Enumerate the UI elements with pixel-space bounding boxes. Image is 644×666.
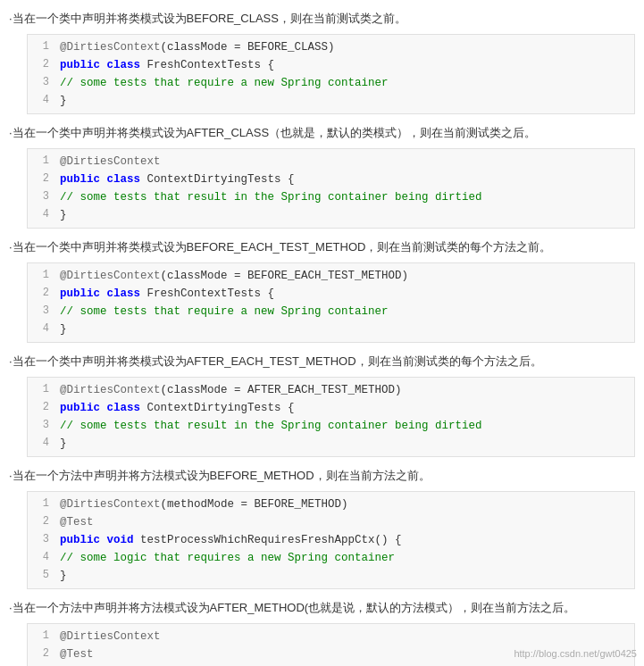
line-content: // some tests that require a new Spring … bbox=[60, 303, 389, 321]
line-content: public class ContextDirtyingTests { bbox=[60, 399, 295, 417]
plain-token: = bbox=[228, 384, 248, 396]
code-block: 1@DirtiesContext(classMode = BEFORE_EACH… bbox=[27, 262, 635, 343]
line-content: // some tests that require a new Spring … bbox=[60, 74, 389, 92]
line-number: 2 bbox=[35, 285, 49, 303]
keyword-token: public class bbox=[60, 287, 140, 300]
section-description: ·当在一个类中声明并将类模式设为AFTER_CLASS（也就是，默认的类模式），… bbox=[9, 121, 635, 145]
line-number: 4 bbox=[35, 549, 49, 567]
plain-token: methodMode bbox=[167, 498, 234, 511]
code-block: 1@DirtiesContext(classMode = AFTER_EACH_… bbox=[27, 377, 635, 457]
plain-token: ( bbox=[161, 41, 168, 54]
section-description: ·当在一个类中声明并将类模式设为BEFORE_CLASS，则在当前测试类之前。 bbox=[9, 7, 635, 30]
line-number: 5 bbox=[35, 567, 49, 585]
annotation-token: @DirtiesContext bbox=[60, 41, 161, 54]
plain-token: = bbox=[228, 270, 248, 282]
code-line: 2public class ContextDirtyingTests { bbox=[28, 171, 634, 188]
line-content: @DirtiesContext(classMode = BEFORE_EACH_… bbox=[60, 267, 408, 285]
line-number: 4 bbox=[35, 92, 49, 110]
code-line: 4} bbox=[28, 92, 634, 110]
code-line: 1@DirtiesContext(classMode = BEFORE_EACH… bbox=[28, 267, 634, 285]
line-number: 1 bbox=[35, 38, 49, 56]
plain-token: BEFORE_METHOD bbox=[255, 498, 342, 511]
keyword-token: public class bbox=[60, 402, 140, 414]
plain-token: } bbox=[60, 323, 67, 336]
line-content: } bbox=[60, 321, 67, 338]
line-number: 3 bbox=[35, 303, 49, 321]
line-content: public class FreshContextTests { bbox=[60, 285, 274, 303]
annotation-token: @DirtiesContext bbox=[60, 384, 161, 396]
code-line: 3// some tests that result in the Spring… bbox=[28, 188, 634, 206]
code-line: 1@DirtiesContext bbox=[28, 628, 634, 645]
annotation-token: @Test bbox=[60, 516, 94, 529]
line-content: public class ContextDirtyingTests { bbox=[60, 171, 295, 188]
code-line: 3// some tests that require a new Spring… bbox=[28, 303, 634, 321]
section4: ·当在一个类中声明并将类模式设为AFTER_EACH_TEST_METHOD，则… bbox=[9, 350, 635, 457]
plain-token: classMode bbox=[167, 41, 228, 54]
code-block: 1@DirtiesContext(methodMode = BEFORE_MET… bbox=[27, 491, 635, 589]
plain-token: } bbox=[60, 95, 67, 107]
plain-token: ) bbox=[341, 498, 348, 511]
main-content: ·当在一个类中声明并将类模式设为BEFORE_CLASS，则在当前测试类之前。1… bbox=[0, 0, 644, 666]
line-content: @DirtiesContext bbox=[60, 153, 161, 171]
annotation-token: @DirtiesContext bbox=[60, 155, 161, 168]
code-block: 1@DirtiesContext(classMode = BEFORE_CLAS… bbox=[27, 34, 635, 114]
plain-token: ) bbox=[395, 384, 402, 396]
code-line: 2public class FreshContextTests { bbox=[28, 56, 634, 74]
plain-token: classMode bbox=[167, 384, 228, 396]
code-line: 3public void testProcessWhichRequiresFre… bbox=[28, 531, 634, 549]
plain-token: FreshContextTests { bbox=[140, 287, 274, 300]
line-number: 3 bbox=[35, 188, 49, 206]
keyword-token: public class bbox=[60, 59, 140, 71]
comment-token: // some tests that require a new Spring … bbox=[60, 77, 389, 89]
comment-token: // some logic that requires a new Spring… bbox=[60, 552, 395, 564]
section2: ·当在一个类中声明并将类模式设为AFTER_CLASS（也就是，默认的类模式），… bbox=[9, 121, 635, 229]
code-line: 2public class FreshContextTests { bbox=[28, 285, 634, 303]
code-line: 3// some tests that require a new Spring… bbox=[28, 74, 634, 92]
code-block: 1@DirtiesContext2@Test3public void testP… bbox=[27, 623, 635, 666]
plain-token: = bbox=[228, 41, 248, 54]
watermark: http://blog.csdn.net/gwt0425 bbox=[514, 648, 637, 659]
plain-token: ( bbox=[161, 498, 168, 511]
line-number: 2 bbox=[35, 645, 49, 663]
code-line: 4// some logic that requires a new Sprin… bbox=[28, 549, 634, 567]
line-number: 2 bbox=[35, 56, 49, 74]
section1: ·当在一个类中声明并将类模式设为BEFORE_CLASS，则在当前测试类之前。1… bbox=[9, 7, 635, 114]
section-description: ·当在一个类中声明并将类模式设为BEFORE_EACH_TEST_METHOD，… bbox=[9, 236, 635, 259]
comment-token: // some tests that result in the Spring … bbox=[60, 191, 482, 204]
section-description: ·当在一个方法中声明并将方法模式设为AFTER_METHOD(也就是说，默认的方… bbox=[9, 596, 635, 620]
line-number: 1 bbox=[35, 381, 49, 399]
line-number: 4 bbox=[35, 206, 49, 224]
plain-token: ) bbox=[328, 41, 335, 54]
code-line: 1@DirtiesContext(classMode = AFTER_EACH_… bbox=[28, 381, 634, 399]
line-number: 3 bbox=[35, 74, 49, 92]
line-number: 4 bbox=[35, 321, 49, 338]
plain-token: ( bbox=[161, 384, 168, 396]
line-content: // some tests that result in the Spring … bbox=[60, 417, 482, 435]
line-content: @Test bbox=[60, 513, 94, 531]
line-content: @Test bbox=[60, 645, 94, 663]
line-number: 1 bbox=[35, 153, 49, 171]
plain-token: classMode bbox=[167, 270, 228, 282]
code-line: 5} bbox=[28, 567, 634, 585]
line-number: 2 bbox=[35, 399, 49, 417]
line-content: } bbox=[60, 92, 67, 110]
section5: ·当在一个方法中声明并将方法模式设为BEFORE_METHOD，则在当前方法之前… bbox=[9, 464, 635, 589]
code-block: 1@DirtiesContext2public class ContextDir… bbox=[27, 148, 635, 229]
line-number: 2 bbox=[35, 513, 49, 531]
line-content: } bbox=[60, 567, 67, 585]
line-number: 3 bbox=[35, 417, 49, 435]
keyword-token: public void bbox=[60, 534, 134, 546]
line-number: 4 bbox=[35, 435, 49, 453]
code-line: 4} bbox=[28, 435, 634, 453]
plain-token: } bbox=[60, 570, 67, 582]
section3: ·当在一个类中声明并将类模式设为BEFORE_EACH_TEST_METHOD，… bbox=[9, 236, 635, 343]
annotation-token: @DirtiesContext bbox=[60, 498, 161, 511]
comment-token: // some tests that require a new Spring … bbox=[60, 305, 389, 318]
line-content: @DirtiesContext bbox=[60, 628, 161, 645]
line-content: @DirtiesContext(classMode = AFTER_EACH_T… bbox=[60, 381, 402, 399]
line-number: 1 bbox=[35, 495, 49, 513]
line-content: } bbox=[60, 435, 67, 453]
plain-token: ) bbox=[402, 270, 409, 282]
annotation-token: @Test bbox=[60, 648, 94, 661]
plain-token: ContextDirtyingTests { bbox=[140, 402, 295, 414]
